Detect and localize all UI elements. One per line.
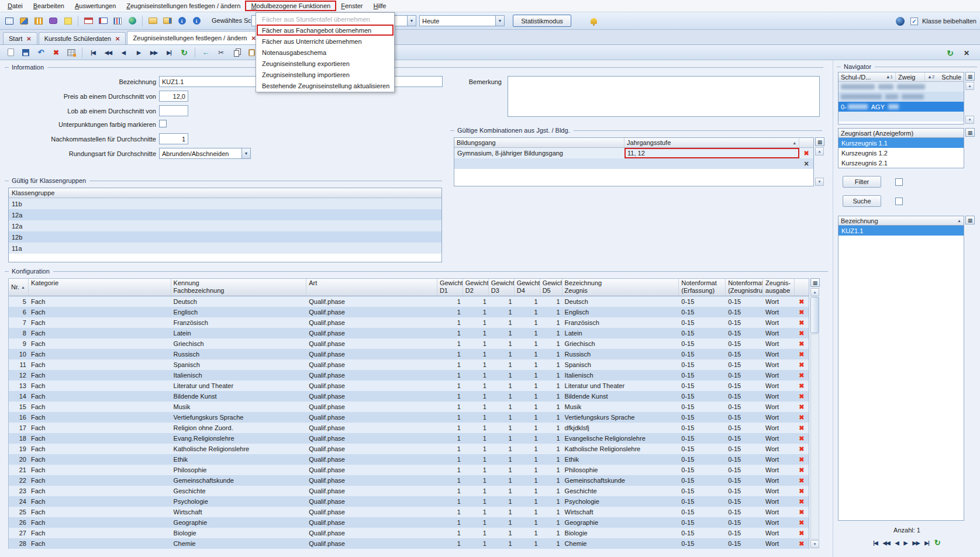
delete-row-icon[interactable]: ✖ bbox=[799, 530, 804, 537]
delete-row-icon[interactable]: ✖ bbox=[799, 435, 804, 442]
konfiguration-row[interactable]: 17 Fach Religion ohne Zuord. Qualif.phas… bbox=[9, 423, 809, 433]
info-icon-2[interactable]: i bbox=[190, 15, 203, 27]
delete-row-icon[interactable]: ✖ bbox=[799, 340, 804, 347]
kombinationen-empty-row[interactable]: ✕ bbox=[454, 158, 813, 169]
chevron-down-icon[interactable]: ▼ bbox=[495, 16, 504, 26]
nav-next-icon[interactable]: ▶ bbox=[132, 47, 145, 58]
tab-close-icon[interactable]: ✕ bbox=[115, 36, 120, 42]
delete-row-icon[interactable]: ✖ bbox=[799, 487, 804, 494]
module-folder-icon[interactable] bbox=[161, 15, 174, 27]
scroll-up-icon[interactable]: ▲ bbox=[810, 288, 819, 296]
konfiguration-row[interactable]: 10 Fach Russisch Qualif.phase 1 1 1 1 1 … bbox=[9, 349, 809, 359]
konfiguration-row[interactable]: 23 Fach Geschichte Qualif.phase 1 1 1 1 … bbox=[9, 486, 809, 496]
delete-row-icon[interactable]: ✖ bbox=[799, 414, 804, 421]
menu-item[interactable]: Auswertungen bbox=[70, 1, 121, 11]
delete-row-icon[interactable]: ✖ bbox=[799, 319, 804, 326]
konfiguration-row[interactable]: 7 Fach Französisch Qualif.phase 1 1 1 1 … bbox=[9, 317, 809, 328]
konfiguration-row[interactable]: 9 Fach Griechisch Qualif.phase 1 1 1 1 1… bbox=[9, 338, 809, 349]
web-icon[interactable] bbox=[126, 15, 139, 27]
delete-row-icon[interactable]: ✖ bbox=[799, 330, 804, 337]
info-icon[interactable]: i bbox=[175, 15, 188, 27]
delete-row-icon[interactable]: ✖ bbox=[799, 466, 804, 473]
refresh-view-icon[interactable]: ↻ bbox=[944, 47, 957, 59]
statistics-mode-button[interactable]: Statistikmodus bbox=[513, 15, 571, 27]
zeugnisart-item[interactable]: Kurszeugnis 1.1 bbox=[838, 138, 964, 148]
menu-dropdown-item[interactable]: Zeugniseinstellung importieren bbox=[257, 69, 394, 80]
timetable-grid-icon[interactable] bbox=[3, 15, 16, 27]
delete-row-icon[interactable]: ✖ bbox=[799, 351, 804, 358]
jahrgangsstufe-cell-highlighted[interactable]: 11, 12 bbox=[624, 148, 799, 158]
klassengruppen-list[interactable]: Klassengruppe 11b12a12a12b11a bbox=[8, 188, 442, 262]
konfiguration-row[interactable]: 25 Fach Wirtschaft Qualif.phase 1 1 1 1 … bbox=[9, 507, 809, 517]
konfiguration-row[interactable]: 6 Fach Englisch Qualif.phase 1 1 1 1 1 E… bbox=[9, 307, 809, 317]
scrollbar-track[interactable] bbox=[810, 334, 819, 539]
menu-item[interactable]: Datei bbox=[2, 1, 28, 11]
konfiguration-table[interactable]: Nr.▲ Kategorie KennungFachbezeichnung Ar… bbox=[8, 278, 809, 549]
table-settings-icon[interactable]: ▦ bbox=[815, 137, 824, 146]
lob-input[interactable] bbox=[159, 105, 188, 116]
delete-row-icon[interactable]: ✖ bbox=[799, 508, 804, 516]
nav-fast-next-icon[interactable]: ▶▶ bbox=[147, 47, 160, 58]
menu-dropdown-item[interactable]: Zeugniseinstellung exportieren bbox=[257, 58, 394, 69]
klassengruppe-row[interactable]: 11b bbox=[9, 198, 441, 209]
konfiguration-row[interactable]: 20 Fach Ethik Qualif.phase 1 1 1 1 1 Eth… bbox=[9, 454, 809, 465]
zeugnisart-item[interactable]: Kurszeugnis 2.1 bbox=[838, 158, 964, 168]
nav-fast-prev-icon[interactable]: ◀◀ bbox=[883, 540, 890, 546]
school-row-redacted[interactable] bbox=[838, 82, 964, 92]
chevron-down-icon[interactable]: ▼ bbox=[241, 148, 250, 158]
nav-first-icon[interactable]: |◀ bbox=[87, 47, 99, 58]
undo-icon[interactable]: ↶ bbox=[34, 47, 47, 58]
bezeichnung-list-header[interactable]: Bezeichnung ▲ bbox=[838, 216, 964, 226]
delete-row-icon[interactable]: ✖ bbox=[799, 309, 804, 316]
nachkomma-input[interactable]: 1 bbox=[159, 133, 188, 144]
zeugnisart-list[interactable]: Kurszeugnis 1.1Kurszeugnis 1.2Kurszeugni… bbox=[838, 138, 964, 168]
cut-icon[interactable]: ✂ bbox=[215, 47, 227, 58]
menu-dropdown-item[interactable]: Fächer aus Unterricht übernehmen bbox=[257, 36, 394, 47]
world-icon[interactable] bbox=[893, 15, 906, 27]
bezeichnung-item[interactable]: KUZ1.1 bbox=[838, 226, 964, 236]
table-settings-icon[interactable]: ▦ bbox=[965, 128, 975, 137]
konfiguration-row[interactable]: 26 Fach Geographie Qualif.phase 1 1 1 1 … bbox=[9, 517, 809, 528]
tab[interactable]: Start ✕ bbox=[3, 32, 37, 44]
klassengruppen-header[interactable]: Klassengruppe bbox=[9, 188, 441, 198]
konfiguration-table-header[interactable]: Nr.▲ Kategorie KennungFachbezeichnung Ar… bbox=[9, 279, 809, 296]
chart-icon[interactable] bbox=[111, 15, 124, 27]
konfiguration-row[interactable]: 14 Fach Bildende Kunst Qualif.phase 1 1 … bbox=[9, 391, 809, 402]
konfiguration-row[interactable]: 15 Fach Musik Qualif.phase 1 1 1 1 1 Mus… bbox=[9, 402, 809, 412]
konfiguration-row[interactable]: 11 Fach Spanisch Qualif.phase 1 1 1 1 1 … bbox=[9, 359, 809, 370]
delete-row-icon[interactable]: ✖ bbox=[799, 445, 804, 452]
table-settings-icon[interactable]: ▦ bbox=[965, 216, 975, 224]
klassengruppe-row[interactable]: 12a bbox=[9, 220, 441, 231]
refresh-icon[interactable]: ↻ bbox=[178, 47, 191, 58]
scroll-down-icon[interactable]: ▼ bbox=[965, 116, 974, 124]
search-checkbox[interactable] bbox=[895, 198, 903, 205]
copy-icon[interactable] bbox=[230, 47, 243, 58]
menu-dropdown-item[interactable]: Fächer aus Stundentafel übernehmen bbox=[257, 13, 394, 25]
refresh-icon[interactable]: ↻ bbox=[934, 538, 941, 547]
search-button[interactable]: Suche bbox=[843, 195, 881, 207]
nav-fast-next-icon[interactable]: ▶▶ bbox=[912, 540, 919, 546]
delete-row-icon[interactable]: ✖ bbox=[799, 393, 804, 400]
nav-fast-prev-icon[interactable]: ◀◀ bbox=[102, 47, 115, 58]
delete-row-icon[interactable]: ✖ bbox=[799, 540, 804, 547]
scroll-up-icon[interactable]: ▲ bbox=[815, 147, 824, 155]
menu-item[interactable]: Modulbezogene Funktionen bbox=[246, 1, 336, 11]
student-card-icon[interactable] bbox=[82, 15, 95, 27]
delete-row-icon[interactable]: ✖ bbox=[799, 477, 804, 484]
school-table[interactable]: Schul-/D...▲1 Zweig ▲2Schule 0- AGY bbox=[838, 72, 964, 124]
kombinationen-row[interactable]: Gymnasium, 8-jähriger Bildungsgang 11, 1… bbox=[454, 148, 813, 158]
delete-row-icon[interactable]: ✖ bbox=[803, 150, 809, 157]
konfiguration-row[interactable]: 16 Fach Vertiefungskurs Sprache Qualif.p… bbox=[9, 412, 809, 423]
konfiguration-row[interactable]: 12 Fach Italienisch Qualif.phase 1 1 1 1… bbox=[9, 370, 809, 380]
delete-row-icon[interactable]: ✕ bbox=[803, 160, 809, 168]
rundungsart-select[interactable]: Abrunden/Abschneiden ▼ bbox=[159, 148, 251, 159]
school-row-selected[interactable]: 0- AGY bbox=[838, 102, 964, 112]
menu-item[interactable]: Hilfe bbox=[368, 1, 391, 11]
filter-button[interactable]: Filter bbox=[843, 176, 881, 188]
notes-icon[interactable] bbox=[61, 15, 74, 27]
scroll-down-icon[interactable]: ▼ bbox=[815, 178, 824, 186]
tab-close-icon[interactable]: ✕ bbox=[26, 36, 31, 42]
klassengruppe-row[interactable]: 12b bbox=[9, 231, 441, 243]
nav-last-icon[interactable]: ▶| bbox=[163, 47, 175, 58]
scroll-down-icon[interactable]: ▼ bbox=[810, 540, 819, 548]
